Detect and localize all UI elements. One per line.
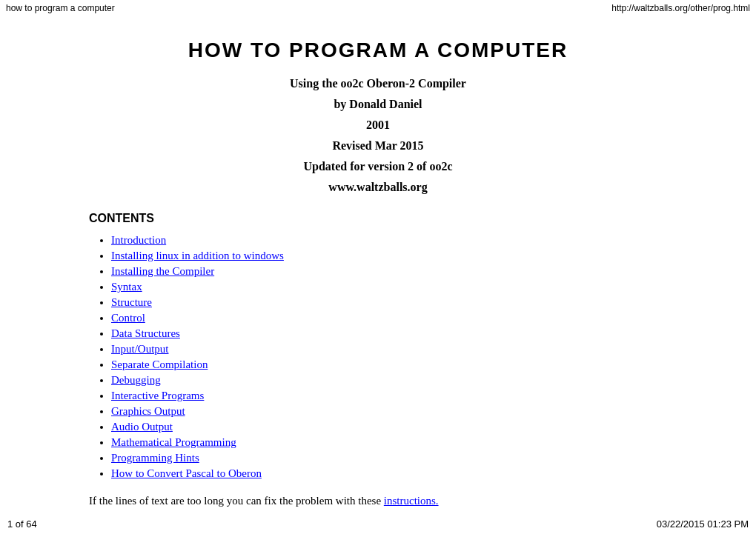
contents-link-10[interactable]: Interactive Programs	[111, 390, 204, 401]
contents-link-0[interactable]: Introduction	[111, 234, 166, 246]
list-item: Separate Compilation	[111, 358, 667, 371]
subtitle-version: Updated for version 2 of oo2c	[89, 160, 667, 173]
instructions-link[interactable]: instructions.	[384, 495, 439, 507]
list-item: Structure	[111, 296, 667, 309]
list-item: Graphics Output	[111, 405, 667, 418]
contents-link-2[interactable]: Installing the Compiler	[111, 265, 214, 277]
contents-link-8[interactable]: Separate Compilation	[111, 358, 208, 370]
info-text: If the lines of text are too long you ca…	[89, 495, 667, 507]
url-display: http://waltzballs.org/other/prog.html	[611, 3, 750, 13]
list-item: Programming Hints	[111, 452, 667, 464]
page-footer: 1 of 64 03/22/2015 01:23 PM	[0, 514, 756, 534]
contents-link-13[interactable]: Mathematical Programming	[111, 436, 236, 448]
list-item: Mathematical Programming	[111, 436, 667, 449]
contents-link-15[interactable]: How to Convert Pascal to Oberon	[111, 467, 262, 479]
subtitle-year: 2001	[89, 119, 667, 132]
contents-link-6[interactable]: Data Structures	[111, 327, 180, 339]
contents-link-4[interactable]: Structure	[111, 296, 152, 308]
list-item: Data Structures	[111, 327, 667, 340]
list-item: Syntax	[111, 281, 667, 293]
list-item: Input/Output	[111, 343, 667, 356]
list-item: Control	[111, 312, 667, 324]
contents-section: CONTENTS IntroductionInstalling linux in…	[89, 212, 667, 480]
list-item: Introduction	[111, 234, 667, 247]
contents-link-3[interactable]: Syntax	[111, 281, 142, 293]
contents-link-1[interactable]: Installing linux in addition to windows	[111, 250, 284, 261]
subtitle-website: www.waltzballs.org	[89, 181, 667, 194]
list-item: How to Convert Pascal to Oberon	[111, 467, 667, 480]
contents-link-14[interactable]: Programming Hints	[111, 452, 199, 464]
subtitle-revised: Revised Mar 2015	[89, 139, 667, 153]
contents-link-7[interactable]: Input/Output	[111, 343, 169, 355]
contents-list: IntroductionInstalling linux in addition…	[111, 234, 667, 480]
tab-title: how to program a computer	[6, 3, 115, 13]
main-title: HOW TO PROGRAM A COMPUTER	[89, 39, 667, 62]
contents-heading: CONTENTS	[89, 212, 667, 225]
browser-bar: how to program a computer http://waltzba…	[0, 0, 756, 16]
timestamp: 03/22/2015 01:23 PM	[657, 518, 749, 530]
contents-link-5[interactable]: Control	[111, 312, 145, 324]
list-item: Installing linux in addition to windows	[111, 250, 667, 262]
list-item: Installing the Compiler	[111, 265, 667, 278]
list-item: Audio Output	[111, 421, 667, 433]
page-content: HOW TO PROGRAM A COMPUTER Using the oo2c…	[44, 16, 712, 534]
list-item: Debugging	[111, 374, 667, 387]
list-item: Interactive Programs	[111, 390, 667, 402]
page-info: 1 of 64	[7, 518, 37, 530]
contents-link-11[interactable]: Graphics Output	[111, 405, 185, 417]
subtitle-compiler: Using the oo2c Oberon-2 Compiler	[89, 77, 667, 90]
info-text-before: If the lines of text are too long you ca…	[89, 495, 384, 507]
contents-link-12[interactable]: Audio Output	[111, 421, 173, 433]
contents-link-9[interactable]: Debugging	[111, 374, 161, 386]
subtitle-author: by Donald Daniel	[89, 98, 667, 111]
